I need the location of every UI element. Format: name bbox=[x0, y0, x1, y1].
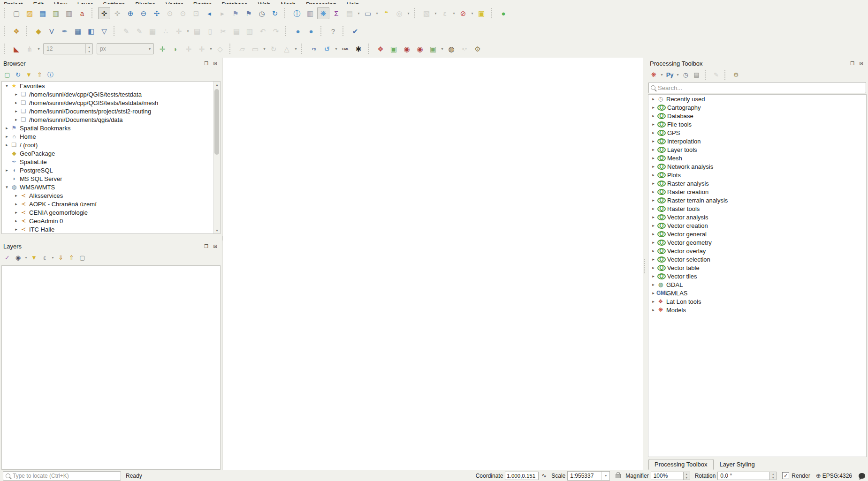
browser-item-home-isunni-dev-cpp-qgis-tests-testdata-mesh[interactable]: ▸❏/home/isunni/dev/cpp/QGIS/tests/testda… bbox=[2, 98, 220, 107]
spin-down-icon[interactable]: ▾ bbox=[770, 476, 776, 480]
pan-map-to-selection-button[interactable]: ✜ bbox=[111, 7, 123, 19]
processing-item-vector-overlay[interactable]: ▸QVector overlay bbox=[648, 247, 866, 255]
rotation-spinbox[interactable]: 0.0 ° ▴▾ bbox=[717, 472, 777, 480]
toolbar-grip[interactable] bbox=[229, 44, 233, 54]
menu-web[interactable]: Web bbox=[258, 0, 271, 4]
processing-item-gmlas[interactable]: ▸GMLGMLAS bbox=[648, 289, 866, 297]
coordinate-input[interactable] bbox=[505, 472, 539, 480]
processing-item-layer-tools[interactable]: ▸QLayer tools bbox=[648, 145, 866, 154]
expand-arrow-icon[interactable]: ▸ bbox=[13, 117, 19, 122]
zoom-to-point-button[interactable]: ◉ bbox=[414, 43, 426, 55]
models-menu-button[interactable]: ❋ bbox=[649, 70, 659, 80]
locator-input[interactable] bbox=[10, 472, 118, 480]
processing-item-vector-analysis[interactable]: ▸QVector analysis bbox=[648, 213, 866, 221]
new-temporary-scratch-layer-button[interactable]: ▦ bbox=[72, 25, 84, 37]
menu-mesh[interactable]: Mesh bbox=[281, 0, 296, 4]
processing-item-interpolation[interactable]: ▸QInterpolation bbox=[648, 137, 866, 145]
deselect-all-dropdown[interactable]: ▾ bbox=[470, 7, 475, 19]
browser-item-home-isunni-dev-cpp-qgis-tests-testdata[interactable]: ▸❏/home/isunni/dev/cpp/QGIS/tests/testda… bbox=[2, 90, 220, 98]
deselect-all-button[interactable]: ⊘ bbox=[457, 7, 469, 19]
enable-snapping-button[interactable]: ✛ bbox=[156, 43, 168, 55]
map-tips-button[interactable]: ❝ bbox=[380, 7, 392, 19]
expand-arrow-icon[interactable]: ▸ bbox=[650, 164, 656, 169]
expand-arrow-icon[interactable]: ▸ bbox=[650, 113, 656, 118]
expand-arrow-icon[interactable]: ▸ bbox=[650, 215, 656, 219]
font-units-combo-dropdown-icon[interactable]: ▾ bbox=[146, 47, 153, 51]
expand-arrow-icon[interactable]: ▸ bbox=[650, 189, 656, 194]
zoom-to-coordinates-button[interactable]: ◉ bbox=[401, 43, 413, 55]
processing-toolbox-toggle-button[interactable]: ❋ bbox=[317, 7, 329, 19]
expand-arrow-icon[interactable]: ▸ bbox=[650, 308, 656, 312]
menu-settings[interactable]: Settings bbox=[103, 0, 125, 4]
mesh-globe-button[interactable]: ◍ bbox=[445, 43, 457, 55]
toolbar-grip[interactable] bbox=[91, 8, 95, 18]
expand-arrow-icon[interactable]: ▸ bbox=[650, 173, 656, 177]
expand-arrow-icon[interactable]: ▸ bbox=[650, 248, 656, 253]
map-canvas[interactable] bbox=[223, 58, 643, 470]
processing-options-button[interactable]: ⚙ bbox=[731, 70, 741, 80]
processing-item-raster-tools[interactable]: ▸QRaster tools bbox=[648, 204, 866, 213]
toolbar-grip[interactable] bbox=[705, 70, 708, 80]
processing-item-vector-table[interactable]: ▸QVector table bbox=[648, 263, 866, 272]
manage-map-themes-button[interactable]: ◉ bbox=[13, 253, 23, 263]
browser-item-ms-sql-server[interactable]: ◗MS SQL Server bbox=[2, 174, 220, 183]
browser-item-root[interactable]: ▸❏/ (root) bbox=[2, 141, 220, 149]
toolbar-grip[interactable] bbox=[343, 26, 346, 36]
browser-close-button[interactable]: ⊠ bbox=[212, 60, 219, 67]
browser-item-spatial-bookmarks[interactable]: ▸⚑Spatial Bookmarks bbox=[2, 124, 220, 132]
expand-arrow-icon[interactable]: ▸ bbox=[650, 139, 656, 143]
new-mesh-layer-button[interactable]: ▽ bbox=[98, 25, 110, 37]
toolbar-grip[interactable] bbox=[724, 70, 728, 80]
scroll-down-arrow[interactable]: ▾ bbox=[214, 227, 220, 233]
open-attribute-table-dropdown[interactable]: ▾ bbox=[356, 7, 361, 19]
toolbar-grip[interactable] bbox=[285, 26, 289, 36]
browser-item-itc-halle[interactable]: ▸≺ITC Halle bbox=[2, 225, 220, 233]
processing-item-recently-used[interactable]: ▸◷Recently used bbox=[648, 95, 866, 103]
processing-item-vector-selection[interactable]: ▸QVector selection bbox=[648, 255, 866, 263]
menu-database[interactable]: Database bbox=[221, 0, 248, 4]
show-spatial-bookmarks-button[interactable]: ⚑ bbox=[243, 7, 255, 19]
toolbar-grip[interactable] bbox=[4, 26, 8, 36]
filter-legend-button[interactable]: ▼ bbox=[29, 253, 39, 263]
vertex-tool-dropdown[interactable]: ▾ bbox=[185, 25, 190, 37]
new-spatialite-layer-button[interactable]: ✒ bbox=[59, 25, 71, 37]
snap-to-segment-dropdown[interactable]: ▾ bbox=[208, 43, 213, 55]
plugin-settings-wrench-button[interactable]: ⚙ bbox=[472, 43, 484, 55]
georeferencer-dropdown[interactable]: ▾ bbox=[440, 43, 445, 55]
processing-item-gdal[interactable]: ▸◍GDAL bbox=[648, 280, 866, 289]
processing-history-button[interactable]: ◷ bbox=[681, 70, 691, 80]
field-calculator-button[interactable]: ▥ bbox=[304, 7, 316, 19]
add-selected-layers-button[interactable]: ▢ bbox=[2, 70, 12, 80]
expand-arrow-icon[interactable]: ▸ bbox=[13, 218, 19, 223]
expand-arrow-icon[interactable]: ▸ bbox=[4, 143, 10, 147]
expand-arrow-icon[interactable]: ▸ bbox=[650, 181, 656, 186]
browser-item-spatialite[interactable]: ✒SpatiaLite bbox=[2, 158, 220, 166]
layers-close-button[interactable]: ⊠ bbox=[212, 243, 219, 250]
font-units-combo[interactable]: px▾ bbox=[97, 43, 154, 54]
toolbar-grip[interactable] bbox=[26, 26, 30, 36]
processing-item-mesh[interactable]: ▸QMesh bbox=[648, 154, 866, 162]
font-size-spin-arrows[interactable]: ▴▾ bbox=[85, 44, 92, 53]
crs-globe-icon[interactable]: ⊕ bbox=[816, 472, 821, 479]
toolbar-grip[interactable] bbox=[414, 8, 418, 18]
spin-up-icon[interactable]: ▴ bbox=[86, 44, 92, 49]
expand-arrow-icon[interactable]: ▸ bbox=[13, 202, 19, 206]
new-print-layout-button[interactable]: ▥ bbox=[50, 7, 62, 19]
save-project-button[interactable]: ▦ bbox=[37, 7, 49, 19]
quickmapservices-button[interactable]: ▣ bbox=[388, 43, 400, 55]
browser-item-geopackage[interactable]: ◆GeoPackage bbox=[2, 149, 220, 158]
expand-arrow-icon[interactable]: ▸ bbox=[4, 126, 10, 130]
processing-item-lat-lon-tools[interactable]: ▸❖Lat Lon tools bbox=[648, 297, 866, 306]
first-aid-plugin-button[interactable]: ✱ bbox=[352, 43, 365, 55]
zoom-full-extent-button[interactable]: ✣ bbox=[151, 7, 163, 19]
menu-layer[interactable]: Layer bbox=[77, 0, 93, 4]
toolbar-grip[interactable] bbox=[284, 8, 288, 18]
new-virtual-layer-button[interactable]: ◧ bbox=[85, 25, 97, 37]
python-console-button[interactable]: Py bbox=[308, 43, 320, 55]
expand-arrow-icon[interactable]: ▸ bbox=[650, 265, 656, 270]
menu-processing[interactable]: Processing bbox=[306, 0, 336, 4]
expand-arrow-icon[interactable]: ▸ bbox=[650, 130, 656, 135]
help-contents-button[interactable]: ? bbox=[327, 25, 339, 37]
expand-arrow-icon[interactable]: ▸ bbox=[4, 134, 10, 139]
toolbar-grip[interactable] bbox=[4, 8, 8, 18]
